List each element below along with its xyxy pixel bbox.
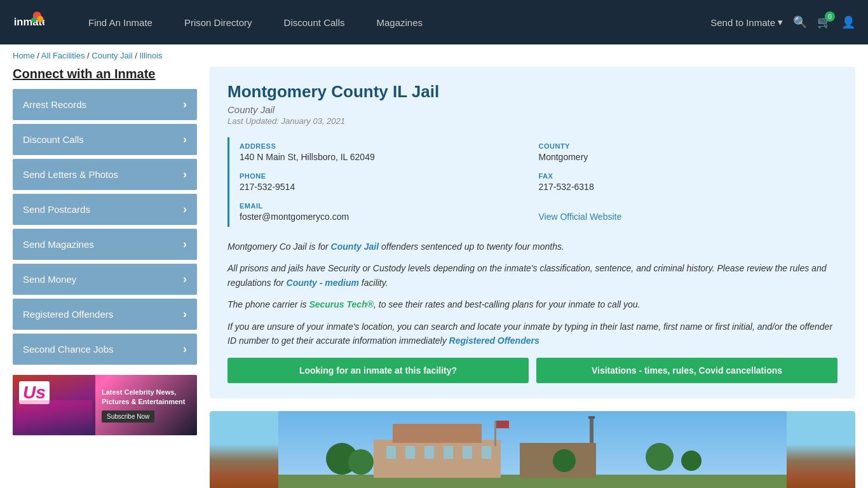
svg-rect-14 bbox=[444, 446, 453, 459]
svg-rect-12 bbox=[405, 446, 415, 459]
cart-badge: 0 bbox=[825, 11, 835, 22]
search-icon: 🔍 bbox=[793, 15, 807, 29]
svg-point-3 bbox=[31, 18, 36, 23]
securus-tech-link[interactable]: Securus Tech® bbox=[309, 299, 374, 309]
facility-photo bbox=[210, 411, 855, 488]
sidebar-item-arrest-records[interactable]: Arrest Records › bbox=[13, 89, 197, 120]
email-value: foster@montgomeryco.com bbox=[240, 212, 539, 222]
phone-value: 217-532-9514 bbox=[240, 182, 539, 192]
sidebar-item-registered-offenders[interactable]: Registered Offenders › bbox=[13, 299, 197, 330]
facility-info-grid: ADDRESS 140 N Main St, Hillsboro, IL 620… bbox=[227, 137, 837, 227]
arrow-icon: › bbox=[183, 133, 187, 146]
arrow-icon: › bbox=[183, 168, 187, 181]
arrow-icon: › bbox=[183, 342, 187, 356]
search-button[interactable]: 🔍 bbox=[793, 15, 807, 29]
county-medium-link[interactable]: County - medium bbox=[287, 278, 359, 288]
address-label: ADDRESS bbox=[240, 142, 539, 150]
county-jail-link[interactable]: County Jail bbox=[331, 241, 379, 252]
official-website-link[interactable]: View Official Website bbox=[539, 212, 622, 222]
nav-prison-directory[interactable]: Prison Directory bbox=[168, 17, 268, 28]
svg-rect-7 bbox=[393, 424, 482, 443]
desc-paragraph-4: If you are unsure of your inmate's locat… bbox=[227, 320, 837, 348]
ad-image: Us bbox=[13, 375, 95, 435]
desc-paragraph-3: The phone carrier is Securus Tech®, to s… bbox=[227, 297, 837, 311]
chevron-down-icon: ▾ bbox=[778, 17, 783, 28]
facility-last-updated: Last Updated: January 03, 2021 bbox=[227, 116, 837, 126]
nav-discount-calls[interactable]: Discount Calls bbox=[268, 17, 361, 28]
info-address: ADDRESS 140 N Main St, Hillsboro, IL 620… bbox=[240, 137, 539, 167]
svg-rect-15 bbox=[463, 446, 472, 459]
user-icon: 👤 bbox=[841, 15, 855, 29]
county-value: Montgomery bbox=[539, 152, 838, 162]
arrow-icon: › bbox=[183, 308, 187, 321]
svg-point-20 bbox=[646, 443, 674, 471]
email-label: EMAIL bbox=[240, 202, 539, 210]
send-to-inmate-button[interactable]: Send to Inmate ▾ bbox=[710, 17, 783, 28]
nav-magazines[interactable]: Magazines bbox=[360, 17, 438, 28]
svg-rect-22 bbox=[494, 421, 496, 446]
user-account-button[interactable]: 👤 bbox=[841, 15, 855, 29]
info-website: View Official Website bbox=[539, 197, 838, 227]
desc-paragraph-2: All prisons and jails have Security or C… bbox=[227, 261, 837, 290]
visitations-button[interactable]: Visitations - times, rules, Covid cancel… bbox=[536, 358, 837, 383]
navigation: inmate Find An Inmate Prison Directory D… bbox=[0, 0, 868, 44]
advertisement-banner[interactable]: Us Latest Celebrity News, Pictures & Ent… bbox=[13, 375, 197, 435]
nav-right: Send to Inmate ▾ 🔍 🛒 0 👤 bbox=[710, 15, 855, 29]
info-fax: FAX 217-532-6318 bbox=[539, 167, 838, 197]
address-value: 140 N Main St, Hillsboro, IL 62049 bbox=[240, 152, 539, 162]
svg-point-2 bbox=[37, 16, 43, 22]
svg-point-18 bbox=[348, 449, 374, 475]
svg-point-19 bbox=[553, 449, 576, 472]
sidebar-item-send-money[interactable]: Send Money › bbox=[13, 264, 197, 295]
info-phone: PHONE 217-532-9514 bbox=[240, 167, 539, 197]
cart-button[interactable]: 🛒 0 bbox=[817, 15, 831, 29]
sidebar: Connect with an Inmate Arrest Records › … bbox=[13, 67, 197, 435]
sidebar-item-send-postcards[interactable]: Send Postcards › bbox=[13, 194, 197, 225]
breadcrumb-all-facilities[interactable]: All Facilities bbox=[41, 51, 85, 60]
sidebar-item-second-chance-jobs[interactable]: Second Chance Jobs › bbox=[13, 334, 197, 365]
fax-value: 217-532-6318 bbox=[539, 182, 838, 192]
breadcrumb-home[interactable]: Home bbox=[13, 51, 35, 60]
ad-subscribe-button[interactable]: Subscribe Now bbox=[102, 410, 154, 423]
sidebar-item-send-magazines[interactable]: Send Magazines › bbox=[13, 229, 197, 260]
county-label: COUNTY bbox=[539, 142, 838, 150]
nav-links: Find An Inmate Prison Directory Discount… bbox=[72, 17, 710, 28]
arrow-icon: › bbox=[183, 203, 187, 216]
sidebar-item-send-letters[interactable]: Send Letters & Photos › bbox=[13, 159, 197, 190]
ad-text-area: Latest Celebrity News, Pictures & Entert… bbox=[95, 383, 197, 428]
info-county: COUNTY Montgomery bbox=[539, 137, 838, 167]
facility-description: Montgomery Co Jail is for County Jail of… bbox=[227, 240, 837, 348]
svg-rect-13 bbox=[424, 446, 434, 459]
main-layout: Connect with an Inmate Arrest Records › … bbox=[0, 67, 868, 488]
facility-card: Montgomery County IL Jail County Jail La… bbox=[210, 67, 855, 398]
svg-rect-16 bbox=[482, 446, 491, 459]
facility-title: Montgomery County IL Jail bbox=[227, 82, 837, 102]
svg-point-21 bbox=[681, 451, 702, 471]
site-logo[interactable]: inmate bbox=[13, 10, 47, 35]
svg-rect-11 bbox=[386, 446, 396, 459]
ad-title: Latest Celebrity News, Pictures & Entert… bbox=[102, 388, 191, 407]
find-inmate-button[interactable]: Looking for an inmate at this facility? bbox=[227, 358, 529, 383]
facility-type: County Jail bbox=[227, 104, 837, 115]
info-email: EMAIL foster@montgomeryco.com bbox=[240, 197, 539, 227]
breadcrumb-state[interactable]: Illinois bbox=[139, 51, 162, 60]
sidebar-item-discount-calls[interactable]: Discount Calls › bbox=[13, 124, 197, 155]
breadcrumb-county-jail[interactable]: County Jail bbox=[92, 51, 132, 60]
fax-label: FAX bbox=[539, 172, 838, 180]
arrow-icon: › bbox=[183, 238, 187, 251]
arrow-icon: › bbox=[183, 98, 187, 111]
phone-label: PHONE bbox=[240, 172, 539, 180]
registered-offenders-link[interactable]: Registered Offenders bbox=[449, 336, 539, 346]
svg-rect-23 bbox=[496, 421, 509, 428]
sidebar-title: Connect with an Inmate bbox=[13, 67, 197, 81]
svg-rect-9 bbox=[588, 416, 595, 419]
desc-paragraph-1: Montgomery Co Jail is for County Jail of… bbox=[227, 240, 837, 254]
nav-find-inmate[interactable]: Find An Inmate bbox=[72, 17, 168, 28]
breadcrumb: Home / All Facilities / County Jail / Il… bbox=[0, 44, 868, 67]
action-buttons: Looking for an inmate at this facility? … bbox=[227, 358, 837, 383]
main-content: Montgomery County IL Jail County Jail La… bbox=[210, 67, 855, 488]
arrow-icon: › bbox=[183, 273, 187, 286]
